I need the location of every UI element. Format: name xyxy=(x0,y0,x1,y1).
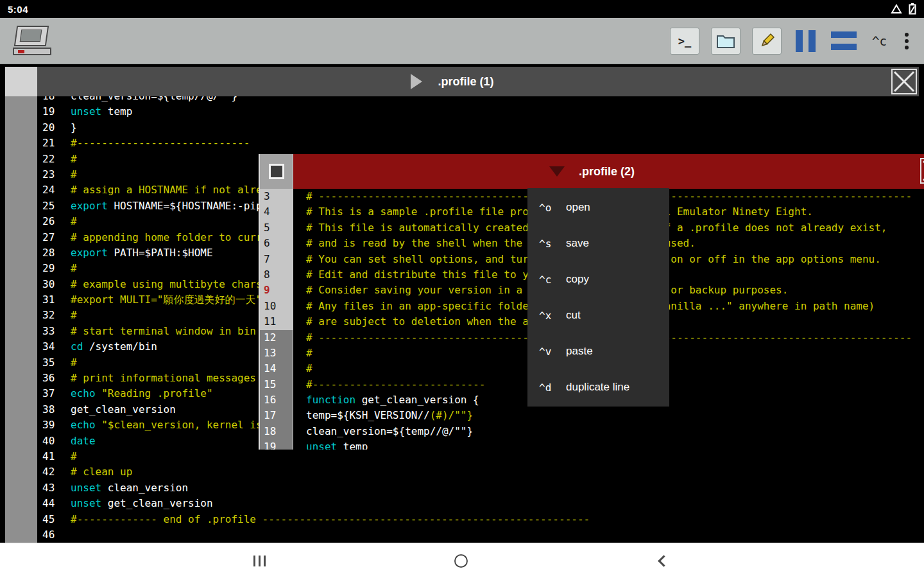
window2-line-number: 8 xyxy=(260,267,293,283)
dropdown-icon[interactable] xyxy=(549,166,565,177)
window2-line-number: 4 xyxy=(260,204,293,220)
code-token: # xyxy=(71,167,77,182)
code-token: unset xyxy=(306,439,337,450)
line-number: 37 xyxy=(42,386,62,401)
window2-line-number: 15 xyxy=(260,377,293,392)
code-token: # xyxy=(71,355,77,371)
window2-titlebar[interactable]: .profile (2) xyxy=(293,154,924,189)
menu-item-shortcut: ^c xyxy=(539,274,566,286)
run-icon[interactable] xyxy=(411,74,422,89)
recent-apps-button[interactable] xyxy=(253,556,266,566)
code-token: # xyxy=(71,308,77,323)
android-navbar xyxy=(0,543,924,578)
overflow-menu-icon xyxy=(905,39,909,43)
open-file-button[interactable] xyxy=(711,28,740,55)
close-icon xyxy=(893,70,916,93)
code-token: unset xyxy=(71,104,101,119)
line-number: 43 xyxy=(42,480,62,496)
line-number: 38 xyxy=(42,402,62,417)
menu-item-label: duplicate line xyxy=(566,381,629,394)
code-token: unset xyxy=(71,496,101,511)
recent-apps-icon xyxy=(259,556,261,566)
line-number: 42 xyxy=(42,464,62,480)
ctrl-key-button[interactable]: ^c xyxy=(869,34,889,48)
line-number: 32 xyxy=(42,308,62,323)
line-number: 26 xyxy=(42,214,62,229)
line-number: 39 xyxy=(42,417,62,433)
window1-title: .profile (1) xyxy=(438,75,493,89)
status-bar: 5:04 xyxy=(0,0,924,18)
line-number: 30 xyxy=(42,277,62,292)
line-number: 41 xyxy=(42,449,62,464)
window1-scrollbar-thumb[interactable] xyxy=(5,67,37,96)
menu-item-shortcut: ^o xyxy=(539,202,566,214)
window2-line-number: 11 xyxy=(260,314,293,329)
code-line-42: 42# clean up xyxy=(42,464,919,480)
menu-item-save[interactable]: ^ssave xyxy=(527,225,669,261)
menu-lines-button[interactable] xyxy=(830,31,858,50)
window2-line-number: 7 xyxy=(260,252,293,267)
code-token: # xyxy=(71,449,77,464)
line-number: 23 xyxy=(42,167,62,182)
code-token: # xyxy=(306,361,312,376)
code-token: # xyxy=(71,261,77,276)
window2-select-checkbox[interactable] xyxy=(260,154,293,189)
menu-item-shortcut: ^v xyxy=(539,346,566,358)
menu-item-shortcut: ^x xyxy=(539,310,566,322)
line-number: 40 xyxy=(42,434,62,449)
code-token: PATH=$PATH:$HOME xyxy=(108,245,213,261)
code-token: get_clean_version xyxy=(71,402,176,417)
window1-close-button[interactable] xyxy=(891,69,917,94)
window2-line-number: 5 xyxy=(260,220,293,236)
window2-line-number: 14 xyxy=(260,361,293,376)
menu-item-duplicate-line[interactable]: ^dduplicate line xyxy=(527,369,669,405)
network-icon xyxy=(891,4,902,14)
code-line-19: unset temp xyxy=(306,439,924,450)
code-token: export xyxy=(71,198,108,214)
line-number: 29 xyxy=(42,261,62,276)
window2-line-gutter[interactable]: 345678910111213141516171819 xyxy=(260,189,293,450)
toolbar-actions: >_ ^c xyxy=(670,28,912,55)
code-token: #---------------------------- xyxy=(71,136,250,151)
terminal-icon: >_ xyxy=(678,35,691,48)
line-number: 28 xyxy=(42,245,62,261)
code-token: get_clean_version xyxy=(101,496,212,511)
battery-saver-icon xyxy=(909,3,916,15)
clock: 5:04 xyxy=(8,4,28,15)
window2-line-number: 13 xyxy=(260,346,293,361)
code-token: unset xyxy=(71,480,101,496)
recent-apps-icon xyxy=(264,556,266,566)
pause-icon xyxy=(809,30,816,52)
window2-close-button[interactable] xyxy=(920,158,924,184)
menu-item-copy[interactable]: ^ccopy xyxy=(527,261,669,297)
window1-titlebar[interactable]: .profile (1) xyxy=(37,67,919,96)
code-line-46: 46 xyxy=(42,527,919,543)
terminal-button[interactable]: >_ xyxy=(670,28,699,55)
code-token: } xyxy=(71,120,77,136)
edit-button[interactable] xyxy=(752,28,782,55)
line-number: 46 xyxy=(42,527,62,543)
code-token: date xyxy=(71,434,96,449)
code-token: export xyxy=(71,245,108,261)
window1-scrollbar[interactable] xyxy=(5,67,37,543)
window2-line-number: 19 xyxy=(260,439,293,450)
menu-lines-icon xyxy=(831,31,857,38)
overflow-menu-button[interactable] xyxy=(901,29,912,53)
home-button[interactable] xyxy=(454,554,468,568)
pause-button[interactable] xyxy=(793,30,818,52)
line-number: 25 xyxy=(42,198,62,214)
menu-item-open[interactable]: ^oopen xyxy=(527,189,669,225)
app-logo-icon[interactable] xyxy=(12,23,56,59)
code-token xyxy=(96,417,102,433)
code-token: # example using multibyte chars xyxy=(71,277,262,292)
code-token: HOSTNAME=${HOSTNAME:-pipes} xyxy=(108,198,281,214)
line-number: 20 xyxy=(42,120,62,136)
line-number: 24 xyxy=(42,182,62,198)
checkbox-icon xyxy=(269,164,284,179)
code-token: # clean up xyxy=(71,464,132,480)
menu-item-paste[interactable]: ^vpaste xyxy=(527,333,669,369)
code-token: "Reading .profile" xyxy=(101,386,212,401)
window2-line-number: 16 xyxy=(260,392,293,408)
back-button[interactable] xyxy=(658,555,669,566)
menu-item-cut[interactable]: ^xcut xyxy=(527,297,669,333)
